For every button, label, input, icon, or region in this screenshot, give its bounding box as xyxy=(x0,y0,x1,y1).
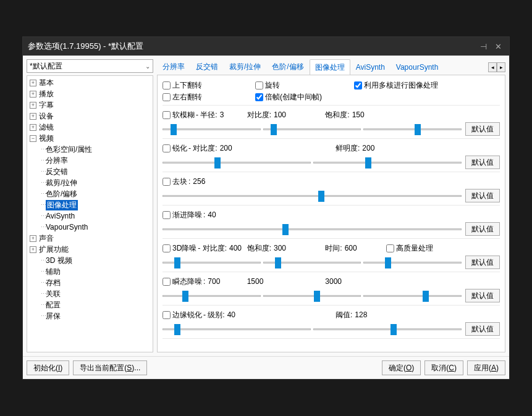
tree-item[interactable]: 色阶/偏移 xyxy=(27,188,153,199)
multicore-checkbox[interactable]: 利用多核进行图像处理 xyxy=(354,80,438,91)
dn3d-extra-checkbox[interactable]: 高质量处理 xyxy=(386,243,433,254)
doubleframe-checkbox[interactable]: 倍帧(创建中间帧) xyxy=(255,92,322,102)
dn3d-slider-2[interactable] xyxy=(363,256,462,268)
deblock-slider-0[interactable] xyxy=(163,189,462,202)
tabstrip: 分辨率反交错裁剪/拉伸色阶/偏移图像处理AviSynthVapourSynth◂… xyxy=(157,59,505,75)
tempdn-slider-1[interactable] xyxy=(263,289,361,302)
edgesharp-default-button[interactable]: 默认值 xyxy=(465,322,500,336)
softblur-checkbox[interactable]: 软模糊 xyxy=(163,110,195,120)
softblur-slider-0[interactable] xyxy=(163,123,261,135)
dn3d-param-1: 饱和度: 300 xyxy=(247,243,286,254)
gradualdn-slider-0[interactable] xyxy=(163,223,462,235)
softblur-param-0: - 半径: 3 xyxy=(196,110,224,120)
export-button[interactable]: 导出当前配置(S)... xyxy=(73,360,147,375)
tab-6[interactable]: VapourSynth xyxy=(391,60,444,75)
flip-vertical-checkbox[interactable]: 上下翻转 xyxy=(163,80,255,91)
tree-item[interactable]: 分辨率 xyxy=(27,155,153,166)
tree-label: 播放 xyxy=(39,89,54,99)
tree-item[interactable]: 配置 xyxy=(27,299,153,310)
rotate-checkbox[interactable]: 旋转 xyxy=(255,80,354,91)
tree-item[interactable]: 3D 视频 xyxy=(27,255,153,266)
softblur-param-2: 饱和度: 150 xyxy=(325,110,364,120)
expand-icon[interactable]: + xyxy=(30,124,36,131)
close-icon[interactable]: ✕ xyxy=(492,42,504,51)
sharpen-slider-0[interactable] xyxy=(163,156,311,168)
sharpen-default-button[interactable]: 默认值 xyxy=(465,156,500,169)
tree-item[interactable]: 关联 xyxy=(27,288,153,299)
pin-icon[interactable]: ⊣ xyxy=(477,42,489,51)
deblock-default-button[interactable]: 默认值 xyxy=(465,189,500,202)
tree-item[interactable]: 色彩空间/属性 xyxy=(27,144,153,155)
preset-combo[interactable]: *默认配置 ⌄ xyxy=(27,59,153,73)
expand-icon[interactable]: + xyxy=(30,113,36,120)
tab-2[interactable]: 裁剪/拉伸 xyxy=(224,59,266,75)
dn3d-checkbox[interactable]: 3D降噪 xyxy=(163,243,196,254)
sharpen-checkbox[interactable]: 锐化 xyxy=(163,143,187,154)
expand-icon[interactable]: + xyxy=(30,246,36,253)
tempdn-default-button[interactable]: 默认值 xyxy=(465,289,500,302)
sharpen-slider-1[interactable] xyxy=(313,156,462,168)
tree-item[interactable]: +声音 xyxy=(27,233,153,244)
dn3d-slider-1[interactable] xyxy=(263,256,361,268)
edgesharp-slider-1[interactable] xyxy=(313,323,462,335)
tree-item[interactable]: +扩展功能 xyxy=(27,244,153,255)
ok-button[interactable]: 确定(O) xyxy=(382,360,421,375)
tree-label: 3D 视频 xyxy=(46,256,72,266)
tree-label: 存档 xyxy=(46,278,61,288)
tree-label: 反交错 xyxy=(46,167,68,177)
tab-3[interactable]: 色阶/偏移 xyxy=(266,59,309,75)
gradualdn-default-button[interactable]: 默认值 xyxy=(465,222,500,236)
init-button[interactable]: 初始化(I) xyxy=(27,360,69,375)
dn3d-default-button[interactable]: 默认值 xyxy=(465,256,500,269)
tab-4[interactable]: 图像处理 xyxy=(310,59,350,75)
edgesharp-slider-0[interactable] xyxy=(163,323,311,335)
tree-item[interactable]: 图像处理 xyxy=(27,199,153,210)
tab-scroll-left[interactable]: ◂ xyxy=(488,62,497,72)
softblur-slider-1[interactable] xyxy=(263,123,361,135)
collapse-icon[interactable]: − xyxy=(30,135,36,142)
tree-item[interactable]: 屏保 xyxy=(27,310,153,322)
flip-horizontal-checkbox[interactable]: 左右翻转 xyxy=(163,92,255,102)
apply-button[interactable]: 应用(A) xyxy=(467,360,505,375)
tree-item[interactable]: VapourSynth xyxy=(27,222,153,233)
footer: 初始化(I) 导出当前配置(S)... 确定(O) 取消(C) 应用(A) xyxy=(23,356,509,379)
tree-item[interactable]: +字幕 xyxy=(27,99,153,110)
tree-item[interactable]: −视频 xyxy=(27,133,153,144)
tree-item[interactable]: 反交错 xyxy=(27,166,153,177)
dn3d-param-0: - 对比度: 400 xyxy=(198,243,242,254)
titlebar[interactable]: 参数选项(1.7.19955) - *默认配置 ⊣ ✕ xyxy=(23,37,509,56)
tempdn-checkbox[interactable]: 瞬态降噪 xyxy=(163,277,202,287)
nav-tree[interactable]: +基本+播放+字幕+设备+滤镜−视频色彩空间/属性分辨率反交错裁剪/拉伸色阶/偏… xyxy=(27,75,153,352)
tree-item[interactable]: 存档 xyxy=(27,277,153,288)
tree-item[interactable]: +设备 xyxy=(27,110,153,122)
edgesharp-checkbox[interactable]: 边缘锐化 xyxy=(163,310,202,320)
tree-item[interactable]: AviSynth xyxy=(27,210,153,222)
tempdn-param-0: : 700 xyxy=(203,277,220,286)
tree-label: 屏保 xyxy=(46,311,61,322)
deblock-checkbox[interactable]: 去块 xyxy=(163,177,187,187)
tree-item[interactable]: +滤镜 xyxy=(27,122,153,133)
softblur-default-button[interactable]: 默认值 xyxy=(465,122,500,136)
expand-icon[interactable]: + xyxy=(30,235,36,242)
tab-0[interactable]: 分辨率 xyxy=(157,59,190,75)
tempdn-slider-2[interactable] xyxy=(363,289,462,302)
tree-item[interactable]: +基本 xyxy=(27,77,153,88)
tree-item[interactable]: +播放 xyxy=(27,88,153,99)
tab-1[interactable]: 反交错 xyxy=(190,59,224,75)
expand-icon[interactable]: + xyxy=(30,102,36,109)
expand-icon[interactable]: + xyxy=(30,91,36,98)
dialog-window: 参数选项(1.7.19955) - *默认配置 ⊣ ✕ *默认配置 ⌄ +基本+… xyxy=(22,36,510,380)
tree-item[interactable]: 裁剪/拉伸 xyxy=(27,177,153,188)
dn3d-slider-0[interactable] xyxy=(163,256,261,268)
tab-5[interactable]: AviSynth xyxy=(350,60,391,75)
gradualdn-checkbox[interactable]: 渐进降噪 xyxy=(163,210,202,220)
tempdn-slider-0[interactable] xyxy=(163,289,261,302)
cancel-button[interactable]: 取消(C) xyxy=(424,360,463,375)
edgesharp-param-0: - 级别: 40 xyxy=(203,310,235,320)
tree-label: 色彩空间/属性 xyxy=(46,144,92,155)
tab-scroll-right[interactable]: ▸ xyxy=(497,62,505,72)
expand-icon[interactable]: + xyxy=(30,80,36,86)
tree-label: 辅助 xyxy=(46,267,61,277)
tree-item[interactable]: 辅助 xyxy=(27,266,153,277)
softblur-slider-2[interactable] xyxy=(363,123,462,135)
